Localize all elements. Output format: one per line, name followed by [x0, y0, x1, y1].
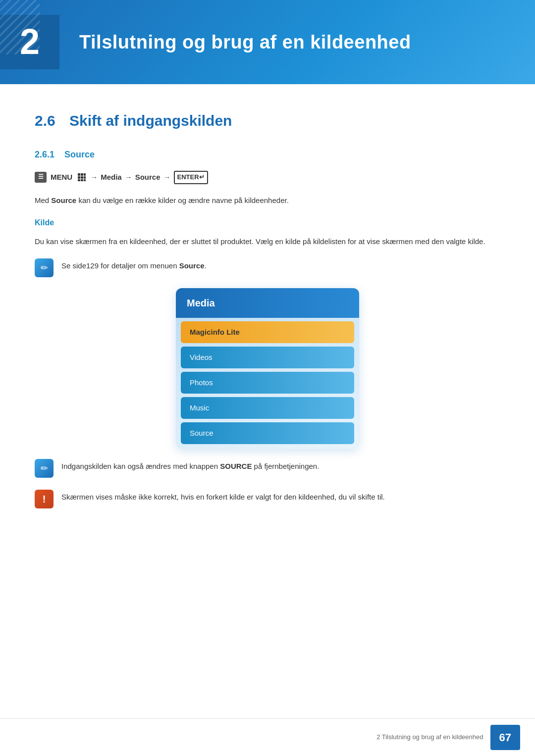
- body-text-1-prefix: Med: [35, 196, 51, 204]
- subsection-number: 2.6.1: [35, 150, 54, 159]
- media-menu-screenshot: Media Magicinfo Lite Videos Photos Music…: [176, 288, 359, 449]
- note-2-text: Indgangskilden kan også ændres med knapp…: [61, 458, 319, 473]
- section-number: 2.6: [35, 112, 55, 129]
- svg-rect-4: [81, 176, 83, 179]
- note-1-suffix: .: [205, 261, 207, 270]
- note-1-text: Se side129 for detaljer om menuen Source…: [61, 257, 207, 272]
- note-2-prefix: Indgangskilden kan også ændres med knapp…: [61, 462, 220, 470]
- menu-item-source: Source: [181, 422, 354, 444]
- media-label: Media: [101, 171, 122, 183]
- menu-path: MENU → Media → Source → ENTER↵: [35, 171, 500, 184]
- body-text-1: Med Source kan du vælge en række kilder …: [35, 194, 500, 207]
- menu-item-photos: Photos: [181, 372, 354, 394]
- footer: 2 Tilslutning og brug af en kildeenhed 6…: [0, 718, 535, 756]
- chapter-title: Tilslutning og brug af en kildeenhed: [79, 27, 411, 57]
- svg-rect-6: [78, 179, 80, 181]
- arrow2: →: [125, 171, 132, 183]
- menu-icon: [35, 172, 47, 183]
- grid-icon: [76, 172, 87, 183]
- exclamation-icon: !: [43, 491, 46, 507]
- svg-rect-8: [84, 179, 86, 181]
- enter-label: ENTER: [177, 173, 199, 181]
- note-icon-2: ✏: [35, 459, 54, 478]
- note-icon-1: ✏: [35, 258, 54, 277]
- warning-row: ! Skærmen vises måske ikke korrekt, hvis…: [35, 489, 500, 508]
- footer-page: 67: [490, 725, 520, 750]
- decorative-lines: [0, 0, 40, 54]
- media-menu-header: Media: [176, 288, 359, 318]
- arrow1: →: [90, 171, 98, 183]
- note-2-bold: SOURCE: [220, 462, 252, 470]
- menu-item-magicinfo: Magicinfo Lite: [181, 321, 354, 343]
- section-heading: 2.6 Skift af indgangskilden: [35, 109, 500, 133]
- main-content: 2.6 Skift af indgangskilden 2.6.1 Source…: [0, 84, 535, 559]
- svg-rect-7: [81, 179, 83, 181]
- warning-text: Skærmen vises måske ikke korrekt, hvis e…: [61, 489, 385, 504]
- section-title: Skift af indgangskilden: [69, 112, 232, 129]
- footer-text: 2 Tilslutning og brug af en kildeenhed: [376, 732, 483, 743]
- enter-icon: ENTER↵: [174, 171, 208, 184]
- pencil-icon: ✏: [41, 261, 48, 275]
- svg-rect-1: [81, 173, 83, 176]
- body-text-1-suffix: kan du vælge en række kilder og ændre na…: [76, 196, 289, 204]
- arrow3: →: [163, 171, 171, 183]
- kilde-body: Du kan vise skærmen fra en kildeenhed, d…: [35, 235, 500, 248]
- pencil-icon-2: ✏: [41, 461, 48, 476]
- source-label: Source: [135, 171, 160, 183]
- subsection-title: Source: [64, 150, 95, 159]
- note-2-suffix: på fjernbetjeningen.: [252, 462, 319, 470]
- svg-rect-2: [84, 173, 86, 176]
- kilde-heading: Kilde: [35, 216, 500, 229]
- note-1-prefix: Se side129 for detaljer om menuen: [61, 261, 179, 270]
- svg-rect-5: [84, 176, 86, 179]
- warning-icon: !: [35, 490, 54, 508]
- note-1-row: ✏ Se side129 for detaljer om menuen Sour…: [35, 257, 500, 277]
- svg-rect-3: [78, 176, 80, 179]
- menu-item-videos: Videos: [181, 347, 354, 368]
- note-2-row: ✏ Indgangskilden kan også ændres med kna…: [35, 458, 500, 478]
- note-1-bold: Source: [179, 261, 205, 270]
- subsection-heading: 2.6.1 Source: [35, 148, 500, 162]
- header-banner: 2 Tilslutning og brug af en kildeenhed: [0, 0, 535, 84]
- menu-label: MENU: [51, 171, 72, 183]
- svg-rect-0: [78, 173, 80, 176]
- menu-item-music: Music: [181, 397, 354, 419]
- body-text-1-bold: Source: [51, 196, 76, 204]
